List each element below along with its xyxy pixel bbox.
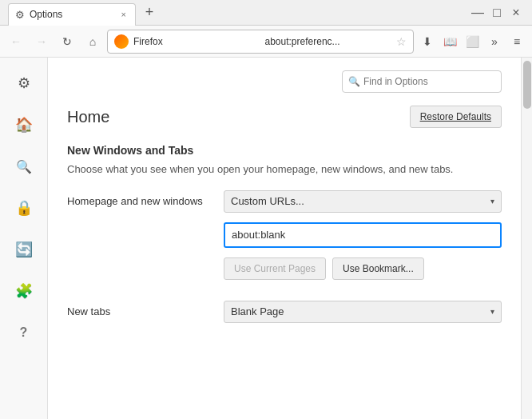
home-icon: ⌂: [89, 35, 96, 48]
homepage-row: Homepage and new windows Custom URLs... …: [67, 190, 502, 213]
sidebar-item-home[interactable]: 🏠: [6, 107, 42, 142]
search-sidebar-icon: 🔍: [16, 159, 32, 174]
tab-gear-icon: ⚙: [15, 9, 25, 21]
homepage-dropdown-value: Custom URLs...: [231, 195, 304, 207]
tab-label: Options: [30, 9, 114, 20]
find-input-wrap: 🔍: [342, 70, 502, 93]
homepage-dropdown-wrap: Custom URLs... ▾: [224, 190, 502, 213]
content-inner: 🔍 Home Restore Defaults New Windows and …: [48, 58, 521, 345]
url-input-field[interactable]: [224, 222, 502, 248]
sidebar-item-sync[interactable]: 🔄: [6, 232, 42, 267]
nav-icons-right: ⬇ 📖 ⬜ » ≡: [417, 31, 527, 52]
gear-icon: ⚙: [18, 74, 30, 92]
sidebar-toggle-icon[interactable]: ⬜: [462, 31, 482, 52]
back-button[interactable]: ←: [5, 30, 27, 53]
homepage-dropdown[interactable]: Custom URLs... ▾: [224, 190, 502, 213]
sidebar-item-help[interactable]: ?: [6, 315, 42, 350]
content-area: 🔍 Home Restore Defaults New Windows and …: [48, 58, 521, 419]
new-tab-button[interactable]: +: [139, 3, 160, 22]
homepage-label: Homepage and new windows: [67, 195, 211, 207]
refresh-icon: ↻: [62, 35, 72, 48]
tab-area: ⚙ Options × +: [8, 0, 462, 26]
refresh-button[interactable]: ↻: [56, 30, 78, 53]
overflow-button[interactable]: »: [484, 31, 505, 52]
close-button[interactable]: ×: [508, 6, 524, 20]
home-button[interactable]: ⌂: [81, 30, 104, 53]
sync-icon: 🔄: [15, 241, 33, 258]
menu-button[interactable]: ≡: [506, 31, 527, 52]
action-row: Use Current Pages Use Bookmark...: [224, 257, 424, 280]
library-icon[interactable]: 📖: [439, 31, 460, 52]
section-title: New Windows and Tabs: [67, 144, 502, 157]
homepage-dropdown-arrow: ▾: [490, 197, 494, 206]
section-description: Choose what you see when you open your h…: [67, 162, 502, 178]
main-layout: ⚙ 🏠 🔍 🔒 🔄 🧩 ? 🔍: [0, 58, 532, 419]
title-bar: ⚙ Options × + — □ ×: [0, 0, 532, 26]
active-tab[interactable]: ⚙ Options ×: [8, 3, 136, 26]
firefox-label: Firefox: [133, 36, 260, 47]
bookmark-star-icon[interactable]: ☆: [396, 35, 407, 48]
newtabs-dropdown[interactable]: Blank Page ▾: [224, 301, 502, 323]
scrollbar-thumb[interactable]: [523, 61, 531, 109]
find-icon: 🔍: [348, 76, 360, 87]
newtabs-row: New tabs Blank Page ▾: [67, 301, 502, 323]
sidebar-item-general[interactable]: ⚙: [6, 66, 42, 101]
newtabs-dropdown-value: Blank Page: [231, 305, 284, 317]
minimize-button[interactable]: —: [470, 6, 486, 20]
find-input[interactable]: [342, 70, 502, 93]
forward-button[interactable]: →: [30, 30, 53, 53]
use-bookmark-button[interactable]: Use Bookmark...: [332, 257, 424, 280]
download-icon[interactable]: ⬇: [417, 31, 438, 52]
use-current-pages-button[interactable]: Use Current Pages: [224, 257, 326, 280]
puzzle-icon: 🧩: [15, 282, 33, 300]
scrollbar[interactable]: [521, 58, 532, 419]
url-text: about:preferenc...: [265, 36, 392, 47]
firefox-logo: [114, 34, 129, 49]
newtabs-dropdown-wrap: Blank Page ▾: [224, 301, 502, 323]
action-buttons-row: Use Current Pages Use Bookmark...: [67, 257, 502, 291]
tab-close-button[interactable]: ×: [119, 8, 129, 21]
newtabs-label: New tabs: [67, 305, 211, 317]
url-input-row: [67, 222, 502, 248]
sidebar: ⚙ 🏠 🔍 🔒 🔄 🧩 ?: [0, 58, 48, 419]
window-controls: — □ ×: [462, 6, 532, 20]
lock-icon: 🔒: [15, 199, 33, 217]
url-bar[interactable]: Firefox about:preferenc... ☆: [107, 30, 414, 54]
back-icon: ←: [10, 35, 22, 48]
newtabs-dropdown-arrow: ▾: [490, 307, 494, 316]
sidebar-item-extensions[interactable]: 🧩: [6, 273, 42, 309]
home-sidebar-icon: 🏠: [15, 116, 33, 134]
help-icon: ?: [20, 325, 28, 340]
nav-bar: ← → ↻ ⌂ Firefox about:preferenc... ☆ ⬇ 📖…: [0, 26, 532, 58]
find-bar: 🔍: [67, 70, 502, 93]
maximize-button[interactable]: □: [489, 6, 505, 20]
sidebar-item-search[interactable]: 🔍: [6, 149, 42, 184]
forward-icon: →: [36, 35, 47, 48]
restore-defaults-button[interactable]: Restore Defaults: [410, 106, 502, 128]
page-title: Home: [67, 108, 109, 126]
page-heading: Home Restore Defaults: [67, 106, 502, 128]
url-input-wrap: [224, 222, 502, 248]
sidebar-item-privacy[interactable]: 🔒: [6, 190, 42, 225]
